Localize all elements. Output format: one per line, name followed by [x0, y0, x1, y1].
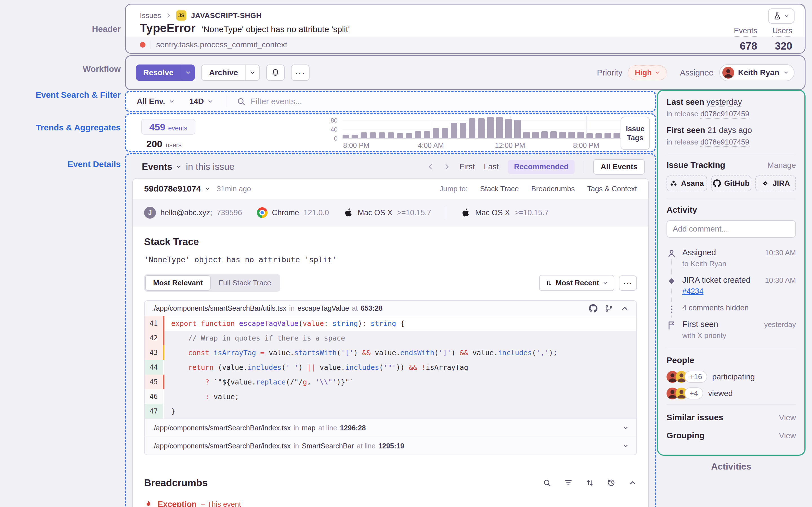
recommended-toggle[interactable]: Recommended	[508, 160, 575, 174]
chevron-up-icon[interactable]	[620, 304, 629, 313]
release-link[interactable]: d078e9107459	[700, 110, 749, 119]
stack-frame-header[interactable]: ./app/components/smartSearchBar/utils.ts…	[145, 301, 637, 316]
event-tag[interactable]: Jhello@abc.xyz;739596	[144, 207, 242, 219]
tab-full-stack-trace[interactable]: Full Stack Trace	[211, 275, 279, 291]
archive-button[interactable]: Archive	[201, 64, 260, 81]
environment-select[interactable]: All Env.	[137, 97, 175, 106]
first-seen-release: in release d078e9107459	[666, 138, 796, 147]
last-seen-value[interactable]: yesterday	[707, 98, 742, 107]
code-line[interactable]: 41export function escapeTagValue(value: …	[145, 316, 637, 331]
line-number: 44	[145, 360, 163, 375]
resolve-dropdown[interactable]	[181, 64, 195, 81]
activity-title: 4 comments hidden	[682, 304, 749, 313]
add-comment-input[interactable]: Add comment...	[666, 220, 796, 238]
chart-bar	[505, 119, 512, 138]
diamond-icon	[666, 276, 677, 286]
breadcrumb-issues-link[interactable]: Issues	[140, 11, 161, 20]
stack-trace-controls: Most Relevant Full Stack Trace Most Rece…	[144, 274, 637, 292]
chevron-down-icon	[204, 186, 211, 192]
priority-select[interactable]: High	[628, 65, 667, 80]
event-tag[interactable]: Mac OS X>=10.15.7	[344, 207, 432, 218]
event-tag[interactable]: Mac OS X>=10.15.7	[461, 207, 549, 218]
breadcrumb-exception-row[interactable]: Exception – This event	[144, 500, 637, 507]
release-link[interactable]: d078e9107459	[700, 138, 749, 147]
chart-bar	[605, 133, 611, 138]
first-seen-value[interactable]: 21 days ago	[707, 126, 752, 135]
event-card: 59d078e91074 31min ago Jump to: Stack Tr…	[132, 178, 649, 507]
date-range-select[interactable]: 14D	[190, 97, 213, 106]
avatar-count-pill[interactable]: +16	[684, 371, 707, 383]
more-actions-button[interactable]: ...	[291, 64, 310, 81]
x-tick-label: 8:00 PM	[573, 142, 599, 150]
chart-bar	[532, 132, 539, 138]
sidebar-link-title: Grouping	[666, 431, 705, 440]
code-line[interactable]: 42 // Wrap in quotes if there is a space	[145, 331, 637, 345]
replay-history-icon[interactable]	[607, 478, 615, 487]
chart-bars	[343, 116, 647, 138]
sort-arrows-icon[interactable]	[586, 478, 594, 487]
chevron-down-icon[interactable]	[622, 425, 629, 431]
view-link[interactable]: View	[779, 413, 796, 422]
filter-events-input[interactable]: Filter events...	[237, 97, 302, 106]
integration-button-jira[interactable]: JIRA	[755, 175, 796, 191]
issue-tags-button[interactable]: Issue Tags	[620, 117, 650, 150]
activity-item: Assigned10:30 AMto Keith Ryan	[666, 244, 796, 272]
breadcrumb-project[interactable]: JAVASCRIPT-SHGH	[191, 11, 262, 20]
github-icon[interactable]	[589, 304, 598, 313]
code-line[interactable]: 47}	[145, 404, 637, 418]
filter-events-placeholder: Filter events...	[251, 97, 302, 106]
jira-ticket-link[interactable]: #4234	[682, 287, 703, 296]
next-event-button[interactable]	[443, 163, 451, 170]
code-line[interactable]: 45 ? `"${value.replace(/"/g, '\\"')}"`	[145, 375, 637, 389]
collapsed-stack-frame[interactable]: ./app/components/smartSearchBar/index.ts…	[145, 418, 637, 437]
jump-link[interactable]: Tags & Context	[587, 184, 637, 193]
chart-bar	[577, 132, 584, 138]
integration-button-asana[interactable]: Asana	[666, 175, 707, 191]
last-event-link[interactable]: Last	[484, 162, 499, 171]
view-link[interactable]: View	[779, 431, 796, 440]
events-count-chip[interactable]: 459 events	[141, 119, 195, 135]
filter-icon[interactable]	[564, 478, 573, 487]
events-dropdown[interactable]: Events	[142, 161, 182, 172]
code-text: return (value.includes(' ') || value.inc…	[164, 360, 637, 375]
integration-button-github[interactable]: GitHub	[711, 175, 752, 191]
code-line[interactable]: 46 : value;	[145, 389, 637, 404]
breadcrumbs-heading: Breadcrumbs	[144, 477, 208, 489]
collapsed-stack-frame[interactable]: ./app/components/smartSearchBar/index.ts…	[145, 437, 637, 455]
previous-event-button[interactable]	[427, 163, 434, 170]
annotation-details: Event Details	[68, 159, 121, 169]
stack-trace-options-button[interactable]: ...	[619, 276, 637, 291]
avatar-count-pill[interactable]: +4	[684, 387, 703, 399]
chevron-down-icon[interactable]	[622, 443, 629, 449]
add-comment-placeholder: Add comment...	[673, 224, 728, 233]
sort-order-value: Most Recent	[555, 279, 599, 287]
sort-order-button[interactable]: Most Recent	[539, 275, 614, 291]
issue-stat[interactable]: Events678	[734, 26, 757, 52]
issue-stat[interactable]: Users320	[772, 26, 792, 52]
archive-dropdown[interactable]	[245, 65, 259, 80]
all-events-button[interactable]: All Events	[593, 159, 645, 175]
jump-link[interactable]: Stack Trace	[480, 184, 519, 193]
code-line[interactable]: 44 return (value.includes(' ') || value.…	[145, 360, 637, 375]
subscribe-bell-button[interactable]	[266, 64, 285, 81]
git-branch-icon[interactable]	[605, 304, 613, 313]
first-event-link[interactable]: First	[460, 162, 475, 171]
manage-link[interactable]: Manage	[767, 161, 796, 170]
activity-item: First seenyesterdaywith X priority	[666, 316, 796, 344]
experiment-flask-button[interactable]	[768, 8, 795, 24]
ellipsis-icon: ...	[623, 281, 632, 285]
chart-bar	[487, 117, 494, 138]
code-text: export function escapeTagValue(value: st…	[164, 316, 637, 331]
users-count-stat[interactable]: 200 users	[146, 138, 182, 150]
activity-item: JIRA ticket created10:30 AM#4234	[666, 272, 796, 300]
chevron-up-icon[interactable]	[628, 478, 637, 487]
assignee-select[interactable]: Keith Ryan	[719, 64, 795, 81]
jump-link[interactable]: Breadcrumbs	[531, 184, 575, 193]
code-line[interactable]: 43 const isArrayTag = value.startsWith('…	[145, 345, 637, 360]
resolve-button[interactable]: Resolve	[136, 64, 195, 81]
event-id-dropdown[interactable]: 59d078e91074	[144, 184, 211, 193]
search-icon[interactable]	[543, 478, 551, 487]
event-tag[interactable]: Chrome121.0.0	[257, 207, 329, 218]
divider	[666, 199, 796, 199]
tab-most-relevant[interactable]: Most Relevant	[145, 275, 211, 291]
